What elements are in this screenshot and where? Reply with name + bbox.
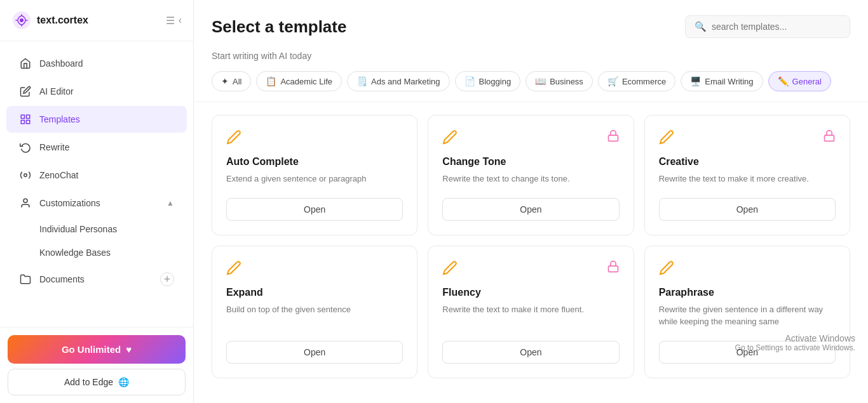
sidebar-toggle[interactable]: ☰ ‹ xyxy=(166,15,182,27)
search-input[interactable] xyxy=(712,22,841,32)
menu-icon: ☰ xyxy=(166,15,175,27)
pencil-icon-3 xyxy=(659,129,674,149)
rewrite-icon xyxy=(19,141,32,154)
sidebar: text.cortex ☰ ‹ Dashboard AI Editor Temp… xyxy=(0,0,194,403)
card-header-paraphrase xyxy=(659,260,836,279)
knowledge-bases-label: Knowledge Bases xyxy=(39,248,111,258)
template-card-change-tone: Change Tone Rewrite the text to change i… xyxy=(428,115,634,235)
card-desc-paraphrase: Rewrite the given sentence in a differen… xyxy=(659,303,836,328)
tab-ads-marketing[interactable]: 🗒️ Ads and Marketing xyxy=(347,71,449,91)
documents-icon xyxy=(19,273,32,286)
card-header-creative xyxy=(659,129,836,149)
svg-rect-4 xyxy=(21,121,24,124)
ecommerce-tab-label: Ecommerce xyxy=(622,77,666,86)
open-button-auto-complete[interactable]: Open xyxy=(226,198,403,221)
tab-ecommerce[interactable]: 🛒 Ecommerce xyxy=(598,71,675,91)
sidebar-item-templates[interactable]: Templates xyxy=(6,106,187,133)
academic-tab-icon: 📋 xyxy=(266,76,276,86)
tab-academic-life[interactable]: 📋 Academic Life xyxy=(256,71,342,91)
pencil-icon-6 xyxy=(659,260,674,279)
tab-business[interactable]: 📖 Business xyxy=(526,71,593,91)
svg-rect-5 xyxy=(27,121,30,124)
rewrite-label: Rewrite xyxy=(39,142,174,152)
sidebar-item-dashboard[interactable]: Dashboard xyxy=(6,50,187,77)
card-desc-creative: Rewrite the text to make it more creativ… xyxy=(659,173,836,185)
ads-tab-label: Ads and Marketing xyxy=(371,77,440,86)
add-to-edge-button[interactable]: Add to Edge 🌐 xyxy=(8,369,186,395)
tab-general[interactable]: ✏️ General xyxy=(768,71,831,91)
chevron-up-icon: ▲ xyxy=(166,199,174,208)
business-tab-icon: 📖 xyxy=(535,76,546,86)
tab-blogging[interactable]: 📄 Blogging xyxy=(455,71,521,91)
card-header-fluency xyxy=(442,260,619,279)
go-unlimited-label: Go Unlimited xyxy=(62,344,121,355)
sidebar-item-documents[interactable]: Documents + xyxy=(6,265,187,293)
ai-editor-icon xyxy=(19,85,32,98)
ads-tab-icon: 🗒️ xyxy=(356,76,367,86)
open-button-fluency[interactable]: Open xyxy=(442,341,619,364)
template-card-fluency: Fluency Rewrite the text to make it more… xyxy=(428,246,634,378)
card-desc-auto-complete: Extend a given sentence or paragraph xyxy=(226,173,403,185)
card-title-paraphrase: Paraphrase xyxy=(659,287,836,298)
pencil-icon-2 xyxy=(442,129,458,149)
logo-icon xyxy=(11,10,32,30)
sidebar-item-zenochat[interactable]: ZenoChat xyxy=(6,162,187,188)
templates-icon xyxy=(19,113,32,126)
general-tab-label: General xyxy=(792,77,822,86)
lock-icon-creative xyxy=(823,129,836,145)
zenochat-label: ZenoChat xyxy=(39,170,174,180)
sidebar-nav: Dashboard AI Editor Templates Rewrite Ze xyxy=(0,41,193,327)
individual-personas-label: Individual Personas xyxy=(39,224,117,234)
email-tab-label: Email Writing xyxy=(705,77,753,86)
go-unlimited-button[interactable]: Go Unlimited ♥ xyxy=(8,335,186,364)
all-tab-label: All xyxy=(233,77,241,86)
open-button-change-tone[interactable]: Open xyxy=(442,198,619,221)
card-title-auto-complete: Auto Complete xyxy=(226,156,403,168)
sidebar-item-rewrite[interactable]: Rewrite xyxy=(6,134,187,161)
sidebar-bottom: Go Unlimited ♥ Add to Edge 🌐 xyxy=(0,327,193,403)
sidebar-item-individual-personas[interactable]: Individual Personas xyxy=(6,218,187,241)
open-button-paraphrase[interactable]: Open xyxy=(659,341,836,364)
tab-email-writing[interactable]: 🖥️ Email Writing xyxy=(681,71,763,91)
home-icon xyxy=(19,57,32,70)
add-document-icon[interactable]: + xyxy=(160,272,174,286)
card-title-fluency: Fluency xyxy=(442,287,619,298)
card-header-change-tone xyxy=(442,129,619,149)
pencil-icon-4 xyxy=(226,260,241,279)
svg-point-6 xyxy=(24,174,27,177)
sidebar-item-ai-editor[interactable]: AI Editor xyxy=(6,78,187,105)
tab-all[interactable]: ✦ All xyxy=(212,71,251,91)
template-card-auto-complete: Auto Complete Extend a given sentence or… xyxy=(212,115,417,235)
logo-area: text.cortex xyxy=(11,10,88,30)
templates-grid: Auto Complete Extend a given sentence or… xyxy=(194,102,868,403)
card-title-creative: Creative xyxy=(659,156,836,168)
app-name: text.cortex xyxy=(37,15,88,26)
card-title-change-tone: Change Tone xyxy=(442,156,619,168)
open-button-expand[interactable]: Open xyxy=(226,341,403,364)
customizations-label: Customizations xyxy=(39,198,159,208)
page-subtitle: Start writing with AI today xyxy=(212,51,850,61)
sidebar-item-knowledge-bases[interactable]: Knowledge Bases xyxy=(6,241,187,264)
card-desc-change-tone: Rewrite the text to change its tone. xyxy=(442,173,619,185)
general-tab-icon: ✏️ xyxy=(778,76,789,86)
add-to-edge-label: Add to Edge xyxy=(64,377,113,387)
search-bar[interactable]: 🔍 xyxy=(685,15,850,38)
pencil-icon-5 xyxy=(442,260,458,279)
search-icon: 🔍 xyxy=(695,21,707,32)
zenochat-icon xyxy=(19,169,32,182)
svg-rect-9 xyxy=(825,135,834,141)
heart-icon: ♥ xyxy=(126,344,132,355)
template-card-expand: Expand Build on top of the given sentenc… xyxy=(212,246,417,378)
svg-rect-8 xyxy=(608,135,618,141)
blogging-tab-icon: 📄 xyxy=(465,76,475,86)
template-card-creative: Creative Rewrite the text to make it mor… xyxy=(644,115,850,235)
main-content: Select a template 🔍 Start writing with A… xyxy=(194,0,868,403)
templates-label: Templates xyxy=(39,114,174,124)
email-tab-icon: 🖥️ xyxy=(690,76,701,86)
open-button-creative[interactable]: Open xyxy=(659,198,836,221)
svg-point-7 xyxy=(24,199,27,202)
customizations-icon xyxy=(19,197,32,209)
documents-left: Documents xyxy=(19,273,85,286)
all-tab-icon: ✦ xyxy=(221,76,229,86)
sidebar-item-customizations[interactable]: Customizations ▲ xyxy=(6,190,187,216)
